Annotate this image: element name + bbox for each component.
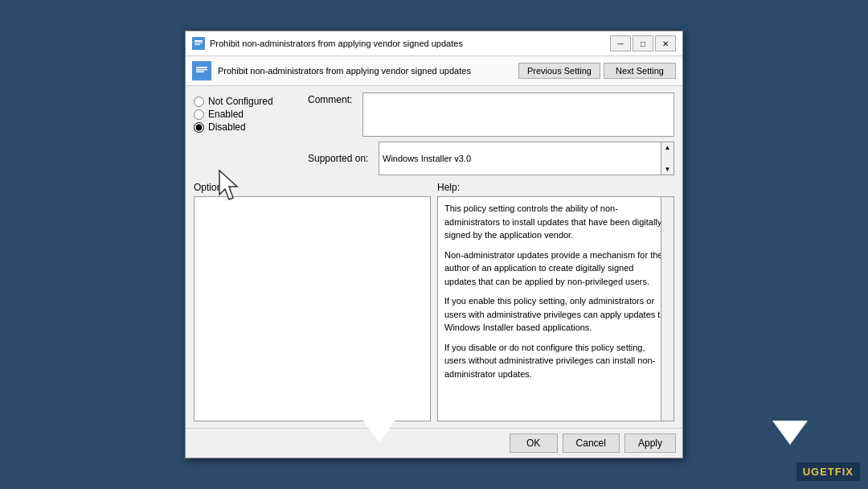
enabled-radio[interactable] [194,109,204,120]
disabled-option[interactable]: Disabled [194,121,298,133]
svg-rect-7 [196,72,204,73]
help-paragraph-2: Non-administrator updates provide a mech… [444,249,667,289]
help-panel: Help: This policy setting controls the a… [437,182,674,421]
enabled-label: Enabled [208,109,244,120]
svg-rect-3 [194,44,200,45]
title-bar-text: Prohibit non-administrators from applyin… [210,39,605,48]
comment-label: Comment: [308,92,356,105]
options-panel: Options: [194,182,431,421]
supported-on-label: Supported on: [308,153,372,164]
enabled-option[interactable]: Enabled [194,109,298,120]
help-paragraph-1: This policy setting controls the ability… [444,202,667,242]
bottom-section: Options: Help: This policy setting contr… [194,182,674,421]
svg-rect-2 [194,43,203,43]
next-setting-button[interactable]: Next Setting [604,63,676,79]
header-buttons: Previous Setting Next Setting [518,63,676,79]
svg-rect-6 [196,69,207,71]
not-configured-radio[interactable] [194,97,204,107]
minimize-button[interactable]: ─ [610,35,631,51]
title-bar: Prohibit non-administrators from applyin… [186,31,682,56]
arrow-apply-indicator [772,421,808,445]
not-configured-option[interactable]: Not Configured [194,96,298,107]
main-content: Not Configured Enabled Disabled Comment: [186,86,682,428]
svg-rect-4 [194,64,209,78]
watermark: UGETFIX [796,462,860,481]
title-bar-icon [192,37,205,50]
maximize-button[interactable]: □ [633,35,653,51]
supported-scrollbar: ▲ ▼ [661,142,674,175]
policy-dialog: Prohibit non-administrators from applyin… [185,31,683,458]
close-button[interactable]: ✕ [655,35,676,51]
options-box [194,196,431,421]
radio-group: Not Configured Enabled Disabled [194,92,298,175]
svg-rect-1 [194,40,203,42]
disabled-label: Disabled [208,121,246,133]
supported-row: Supported on: Windows Installer v3.0 ▲ ▼ [308,142,674,175]
scroll-down-arrow[interactable]: ▼ [663,164,673,175]
help-box: This policy setting controls the ability… [437,196,674,421]
comment-textarea[interactable] [362,92,674,137]
help-scrollbar [661,197,674,421]
svg-rect-5 [196,67,207,68]
help-paragraph-4: If you disable or do not configure this … [444,341,667,381]
cancel-button[interactable]: Cancel [563,434,620,453]
right-section: Comment: Supported on: Windows Installer… [308,92,674,175]
scroll-up-arrow[interactable]: ▲ [663,142,673,153]
footer: OK Cancel Apply [186,428,682,458]
title-bar-controls: ─ □ ✕ [610,35,676,51]
top-section: Not Configured Enabled Disabled Comment: [194,92,674,175]
apply-button[interactable]: Apply [624,434,676,453]
comment-row: Comment: [308,92,674,137]
supported-on-value: Windows Installer v3.0 [383,154,471,163]
help-label: Help: [437,182,674,193]
header-row: Prohibit non-administrators from applyin… [186,56,682,86]
help-paragraph-3: If you enable this policy setting, only … [444,294,667,335]
header-icon [192,61,211,80]
supported-on-field: Windows Installer v3.0 ▲ ▼ [379,142,674,175]
previous-setting-button[interactable]: Previous Setting [518,63,600,79]
not-configured-label: Not Configured [208,96,273,107]
options-label: Options: [194,182,431,193]
ok-button[interactable]: OK [510,434,558,453]
disabled-radio[interactable] [194,122,204,133]
arrow-ok-indicator [362,418,397,442]
header-setting-name: Prohibit non-administrators from applyin… [218,66,512,76]
